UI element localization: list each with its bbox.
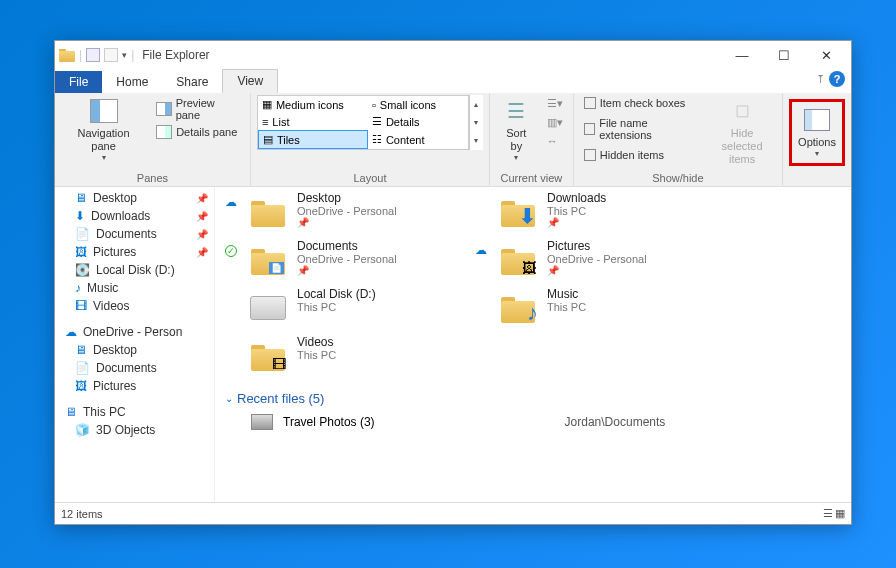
folder-tile[interactable]: ☁🖼PicturesOneDrive - Personal📌 [475, 239, 705, 281]
tile-location: This PC [547, 205, 606, 217]
help-icon[interactable]: ? [829, 71, 845, 87]
sidebar-item[interactable]: ♪Music [55, 279, 214, 297]
folder-tile[interactable]: 🎞VideosThis PC [225, 335, 455, 377]
explorer-body: 🖥Desktop📌⬇Downloads📌📄Documents📌🖼Pictures… [55, 187, 851, 502]
layout-scroller: ▴ ▾ ▾ [469, 95, 483, 150]
sidebar-item[interactable]: 🎞Videos [55, 297, 214, 315]
tile-name: Desktop [297, 191, 397, 205]
hidden-items-toggle[interactable]: Hidden items [580, 147, 702, 163]
layout-up-icon[interactable]: ▴ [470, 95, 483, 113]
group-options: Options ▾ [783, 93, 851, 186]
sidebar-item[interactable]: 🖼Pictures📌 [55, 243, 214, 261]
sync-status-icon: ☁ [225, 191, 239, 209]
onedrive-icon: ☁ [65, 325, 77, 339]
size-columns-button[interactable]: ↔ [543, 133, 567, 149]
layout-content-label: Content [386, 134, 425, 146]
sidebar-onedrive-label: OneDrive - Person [83, 325, 182, 339]
hide-icon: ◻ [735, 100, 750, 122]
sidebar-item-onedrive[interactable]: ☁ OneDrive - Person [55, 323, 214, 341]
sort-by-button[interactable]: ☰ Sort by ▾ [496, 95, 537, 165]
sidebar-item-icon: 🖼 [75, 379, 87, 393]
recent-file-name: Travel Photos (3) [283, 415, 375, 429]
minimize-ribbon-icon[interactable]: ⤒ [816, 73, 825, 86]
sidebar-item[interactable]: 📄Documents📌 [55, 225, 214, 243]
tile-name: Pictures [547, 239, 647, 253]
tab-home[interactable]: Home [102, 71, 162, 93]
sidebar-item[interactable]: 📄Documents [55, 359, 214, 377]
titlebar: | ▾ | File Explorer — ☐ ✕ [55, 41, 851, 69]
details-pane-icon [156, 125, 172, 139]
hide-selected-label: Hide selected items [712, 127, 772, 167]
sidebar-item[interactable]: 🖥Desktop [55, 341, 214, 359]
file-name-extensions-toggle[interactable]: File name extensions [580, 115, 702, 143]
sidebar-item-thispc[interactable]: 🖥 This PC [55, 403, 214, 421]
layout-details[interactable]: ☰Details [368, 113, 468, 130]
tile-location: This PC [547, 301, 586, 313]
options-icon [804, 109, 830, 131]
tab-share[interactable]: Share [162, 71, 222, 93]
chevron-down-icon: ▾ [102, 153, 106, 163]
layout-group-label: Layout [257, 170, 483, 186]
navigation-pane-icon [90, 99, 118, 123]
tab-file[interactable]: File [55, 71, 102, 93]
item-count: 12 items [61, 508, 103, 520]
sidebar-item[interactable]: 🖼Pictures [55, 377, 214, 395]
folder-tile[interactable]: ✓📄DocumentsOneDrive - Personal📌 [225, 239, 455, 281]
sidebar-item-label: 3D Objects [96, 423, 155, 437]
hide-selected-button[interactable]: ◻ Hide selected items [708, 95, 776, 169]
layout-small-icons[interactable]: ▫Small icons [368, 96, 468, 113]
layout-tiles[interactable]: ▤Tiles [258, 130, 368, 149]
tile-location: OneDrive - Personal [297, 205, 397, 217]
recent-file-row[interactable]: Travel Photos (3)Jordan\Documents [215, 410, 851, 434]
details-pane-button[interactable]: Details pane [152, 123, 244, 141]
content-icon: ☷ [372, 133, 382, 146]
layout-medium-icons[interactable]: ▦Medium icons [258, 96, 368, 113]
tab-view[interactable]: View [222, 69, 278, 93]
recent-files-header[interactable]: ⌄ Recent files (5) [215, 381, 851, 410]
group-by-button[interactable]: ☰▾ [543, 95, 567, 112]
folder-tile[interactable]: Local Disk (D:)This PC [225, 287, 455, 329]
content-pane[interactable]: ☁DesktopOneDrive - Personal📌⬇DownloadsTh… [215, 187, 851, 502]
add-columns-button[interactable]: ▥▾ [543, 114, 567, 131]
current-view-group-label: Current view [496, 170, 567, 186]
file-explorer-window: | ▾ | File Explorer — ☐ ✕ File Home Shar… [54, 40, 852, 525]
qat-btn-2[interactable] [104, 48, 118, 62]
file-icon [251, 414, 273, 430]
sidebar-item-label: Local Disk (D:) [96, 263, 175, 277]
thispc-icon: 🖥 [65, 405, 77, 419]
details-view-button[interactable]: ☰ [823, 507, 833, 520]
options-button[interactable]: Options ▾ [794, 104, 840, 161]
sync-status-icon [225, 287, 239, 291]
navigation-sidebar[interactable]: 🖥Desktop📌⬇Downloads📌📄Documents📌🖼Pictures… [55, 187, 215, 502]
maximize-button[interactable]: ☐ [763, 41, 805, 69]
layout-down-icon[interactable]: ▾ [470, 113, 483, 131]
large-icons-view-button[interactable]: ▦ [835, 507, 845, 520]
folder-tile[interactable]: ⬇DownloadsThis PC📌 [475, 191, 705, 233]
sidebar-item[interactable]: 🖥Desktop📌 [55, 189, 214, 207]
pin-icon: 📌 [196, 193, 208, 204]
preview-pane-button[interactable]: Preview pane [152, 95, 244, 123]
sidebar-item-icon: 📄 [75, 227, 90, 241]
layout-more-icon[interactable]: ▾ [470, 132, 483, 150]
qat-btn-1[interactable] [86, 48, 100, 62]
pin-icon: 📌 [196, 211, 208, 222]
group-panes: Navigation pane ▾ Preview pane Details p… [55, 93, 251, 186]
navigation-pane-button[interactable]: Navigation pane ▾ [61, 95, 146, 165]
folder-tile[interactable]: ☁DesktopOneDrive - Personal📌 [225, 191, 455, 233]
minimize-button[interactable]: — [721, 41, 763, 69]
item-check-boxes-toggle[interactable]: Item check boxes [580, 95, 702, 111]
layout-medium-label: Medium icons [276, 99, 344, 111]
qat-dropdown[interactable]: ▾ [122, 50, 127, 60]
layout-content[interactable]: ☷Content [368, 130, 468, 149]
close-button[interactable]: ✕ [805, 41, 847, 69]
sidebar-item-label: Videos [93, 299, 129, 313]
sidebar-item-label: Pictures [93, 379, 136, 393]
sidebar-item[interactable]: 🧊3D Objects [55, 421, 214, 439]
sidebar-item[interactable]: ⬇Downloads📌 [55, 207, 214, 225]
layout-list[interactable]: ≡List [258, 113, 368, 130]
folder-tile[interactable]: ♪MusicThis PC [475, 287, 705, 329]
sidebar-item[interactable]: 💽Local Disk (D:) [55, 261, 214, 279]
preview-pane-label: Preview pane [176, 97, 240, 121]
qat-separator-2: | [131, 48, 134, 62]
sidebar-item-label: Pictures [93, 245, 136, 259]
